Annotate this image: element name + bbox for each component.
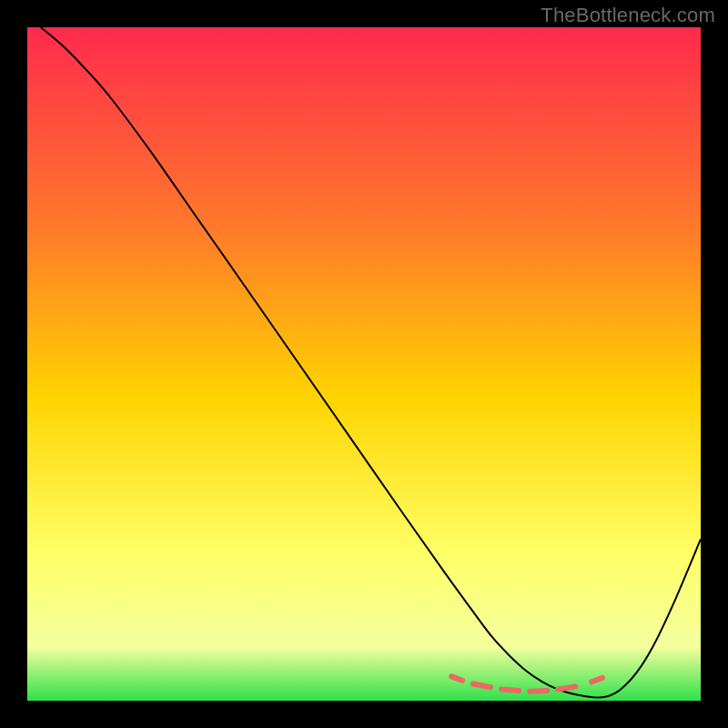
gradient-background xyxy=(27,27,701,701)
marker-segment xyxy=(501,689,519,690)
marker-segment xyxy=(530,691,547,692)
marker-segment xyxy=(473,684,490,688)
chart-frame: TheBottleneck.com xyxy=(0,0,728,728)
chart-svg xyxy=(27,27,701,701)
marker-segment xyxy=(451,676,462,680)
watermark-text: TheBottleneck.com xyxy=(541,4,715,27)
marker-segment xyxy=(592,678,602,682)
plot-area xyxy=(27,27,701,701)
marker-segment xyxy=(558,686,575,689)
